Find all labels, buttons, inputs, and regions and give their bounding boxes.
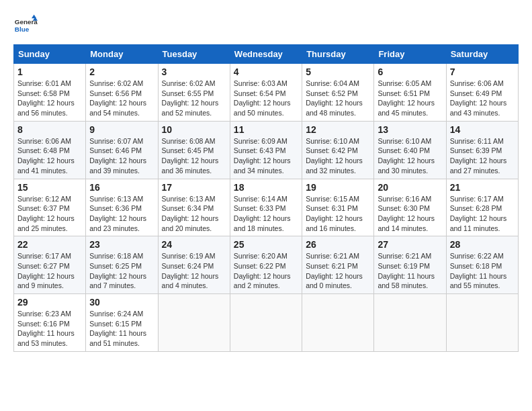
day-number: 23: [89, 239, 154, 250]
calendar-table: SundayMondayTuesdayWednesdayThursdayFrid…: [13, 44, 519, 352]
day-info: Sunrise: 6:10 AMSunset: 6:40 PMDaylight:…: [378, 137, 435, 175]
calendar-week-row: 22 Sunrise: 6:17 AMSunset: 6:27 PMDaylig…: [14, 236, 519, 294]
calendar-day-cell: 2 Sunrise: 6:02 AMSunset: 6:56 PMDayligh…: [86, 64, 158, 122]
calendar-day-cell: [158, 294, 230, 352]
day-number: 15: [17, 182, 82, 193]
calendar-day-cell: 8 Sunrise: 6:06 AMSunset: 6:48 PMDayligh…: [14, 121, 86, 179]
day-info: Sunrise: 6:14 AMSunset: 6:33 PMDaylight:…: [234, 195, 291, 232]
day-number: 12: [306, 124, 370, 135]
calendar-day-cell: 20 Sunrise: 6:16 AMSunset: 6:30 PMDaylig…: [374, 179, 446, 236]
calendar-day-cell: 5 Sunrise: 6:04 AMSunset: 6:52 PMDayligh…: [302, 64, 374, 122]
day-number: 16: [89, 182, 154, 193]
day-number: 2: [89, 66, 154, 77]
calendar-day-cell: 11 Sunrise: 6:09 AMSunset: 6:43 PMDaylig…: [230, 121, 302, 179]
day-number: 5: [306, 66, 370, 77]
calendar-day-cell: 22 Sunrise: 6:17 AMSunset: 6:27 PMDaylig…: [14, 236, 86, 294]
day-number: 1: [17, 66, 82, 77]
calendar-header-row: SundayMondayTuesdayWednesdayThursdayFrid…: [14, 45, 519, 64]
calendar-day-cell: 7 Sunrise: 6:06 AMSunset: 6:49 PMDayligh…: [446, 64, 518, 122]
day-number: 17: [162, 182, 226, 193]
calendar-day-cell: 17 Sunrise: 6:13 AMSunset: 6:34 PMDaylig…: [158, 179, 230, 236]
day-info: Sunrise: 6:12 AMSunset: 6:37 PMDaylight:…: [17, 195, 75, 232]
calendar-day-cell: 6 Sunrise: 6:05 AMSunset: 6:51 PMDayligh…: [374, 64, 446, 122]
calendar-day-cell: 16 Sunrise: 6:13 AMSunset: 6:36 PMDaylig…: [86, 179, 158, 236]
day-info: Sunrise: 6:22 AMSunset: 6:18 PMDaylight:…: [450, 252, 507, 289]
weekday-header: Thursday: [302, 45, 374, 64]
calendar-day-cell: 28 Sunrise: 6:22 AMSunset: 6:18 PMDaylig…: [446, 236, 518, 294]
calendar-day-cell: [446, 294, 518, 352]
calendar-week-row: 1 Sunrise: 6:01 AMSunset: 6:58 PMDayligh…: [14, 64, 519, 122]
day-number: 8: [17, 124, 82, 135]
day-number: 22: [17, 239, 82, 250]
day-number: 25: [234, 239, 298, 250]
day-info: Sunrise: 6:20 AMSunset: 6:22 PMDaylight:…: [234, 252, 291, 289]
day-info: Sunrise: 6:13 AMSunset: 6:34 PMDaylight:…: [162, 195, 219, 232]
calendar-day-cell: 29 Sunrise: 6:23 AMSunset: 6:16 PMDaylig…: [14, 294, 86, 352]
calendar-day-cell: [374, 294, 446, 352]
calendar-day-cell: 3 Sunrise: 6:02 AMSunset: 6:55 PMDayligh…: [158, 64, 230, 122]
calendar-day-cell: 27 Sunrise: 6:21 AMSunset: 6:19 PMDaylig…: [374, 236, 446, 294]
day-info: Sunrise: 6:16 AMSunset: 6:30 PMDaylight:…: [378, 195, 435, 232]
day-number: 19: [306, 182, 370, 193]
day-info: Sunrise: 6:23 AMSunset: 6:16 PMDaylight:…: [17, 310, 75, 347]
svg-text:Blue: Blue: [15, 26, 30, 33]
day-number: 29: [17, 297, 82, 308]
weekday-header: Saturday: [446, 45, 518, 64]
day-info: Sunrise: 6:01 AMSunset: 6:58 PMDaylight:…: [17, 79, 75, 117]
day-info: Sunrise: 6:06 AMSunset: 6:48 PMDaylight:…: [17, 137, 75, 175]
day-info: Sunrise: 6:24 AMSunset: 6:15 PMDaylight:…: [89, 310, 146, 347]
day-info: Sunrise: 6:05 AMSunset: 6:51 PMDaylight:…: [378, 79, 435, 117]
day-info: Sunrise: 6:06 AMSunset: 6:49 PMDaylight:…: [450, 79, 507, 117]
day-info: Sunrise: 6:18 AMSunset: 6:25 PMDaylight:…: [89, 252, 146, 289]
day-number: 10: [162, 124, 226, 135]
calendar-day-cell: 1 Sunrise: 6:01 AMSunset: 6:58 PMDayligh…: [14, 64, 86, 122]
day-number: 11: [234, 124, 298, 135]
weekday-header: Tuesday: [158, 45, 230, 64]
calendar-day-cell: 9 Sunrise: 6:07 AMSunset: 6:46 PMDayligh…: [86, 121, 158, 179]
day-info: Sunrise: 6:04 AMSunset: 6:52 PMDaylight:…: [306, 79, 363, 117]
day-number: 21: [450, 182, 515, 193]
day-number: 7: [450, 66, 515, 77]
day-info: Sunrise: 6:17 AMSunset: 6:28 PMDaylight:…: [450, 195, 507, 232]
day-info: Sunrise: 6:13 AMSunset: 6:36 PMDaylight:…: [89, 195, 146, 232]
day-info: Sunrise: 6:19 AMSunset: 6:24 PMDaylight:…: [162, 252, 219, 289]
day-number: 27: [378, 239, 442, 250]
calendar-day-cell: 30 Sunrise: 6:24 AMSunset: 6:15 PMDaylig…: [86, 294, 158, 352]
calendar-day-cell: 10 Sunrise: 6:08 AMSunset: 6:45 PMDaylig…: [158, 121, 230, 179]
day-number: 14: [450, 124, 515, 135]
calendar-day-cell: [230, 294, 302, 352]
weekday-header: Sunday: [14, 45, 86, 64]
day-info: Sunrise: 6:17 AMSunset: 6:27 PMDaylight:…: [17, 252, 75, 289]
calendar-day-cell: 12 Sunrise: 6:10 AMSunset: 6:42 PMDaylig…: [302, 121, 374, 179]
day-info: Sunrise: 6:03 AMSunset: 6:54 PMDaylight:…: [234, 79, 291, 117]
day-number: 28: [450, 239, 515, 250]
calendar-week-row: 8 Sunrise: 6:06 AMSunset: 6:48 PMDayligh…: [14, 121, 519, 179]
day-info: Sunrise: 6:02 AMSunset: 6:56 PMDaylight:…: [89, 79, 146, 117]
page-header: General Blue: [13, 13, 519, 38]
day-info: Sunrise: 6:07 AMSunset: 6:46 PMDaylight:…: [89, 137, 146, 175]
calendar-day-cell: 14 Sunrise: 6:11 AMSunset: 6:39 PMDaylig…: [446, 121, 518, 179]
logo: General Blue: [13, 13, 40, 38]
calendar-day-cell: 15 Sunrise: 6:12 AMSunset: 6:37 PMDaylig…: [14, 179, 86, 236]
day-info: Sunrise: 6:21 AMSunset: 6:19 PMDaylight:…: [378, 252, 435, 289]
day-number: 13: [378, 124, 442, 135]
day-number: 24: [162, 239, 226, 250]
day-number: 26: [306, 239, 370, 250]
day-number: 6: [378, 66, 442, 77]
calendar-day-cell: 25 Sunrise: 6:20 AMSunset: 6:22 PMDaylig…: [230, 236, 302, 294]
calendar-day-cell: 26 Sunrise: 6:21 AMSunset: 6:21 PMDaylig…: [302, 236, 374, 294]
weekday-header: Monday: [86, 45, 158, 64]
day-info: Sunrise: 6:02 AMSunset: 6:55 PMDaylight:…: [162, 79, 219, 117]
calendar-day-cell: 13 Sunrise: 6:10 AMSunset: 6:40 PMDaylig…: [374, 121, 446, 179]
day-info: Sunrise: 6:10 AMSunset: 6:42 PMDaylight:…: [306, 137, 363, 175]
day-info: Sunrise: 6:09 AMSunset: 6:43 PMDaylight:…: [234, 137, 291, 175]
day-number: 9: [89, 124, 154, 135]
calendar-day-cell: 21 Sunrise: 6:17 AMSunset: 6:28 PMDaylig…: [446, 179, 518, 236]
day-number: 4: [234, 66, 298, 77]
calendar-week-row: 29 Sunrise: 6:23 AMSunset: 6:16 PMDaylig…: [14, 294, 519, 352]
weekday-header: Wednesday: [230, 45, 302, 64]
day-number: 20: [378, 182, 442, 193]
calendar-week-row: 15 Sunrise: 6:12 AMSunset: 6:37 PMDaylig…: [14, 179, 519, 236]
day-info: Sunrise: 6:15 AMSunset: 6:31 PMDaylight:…: [306, 195, 363, 232]
calendar-day-cell: 4 Sunrise: 6:03 AMSunset: 6:54 PMDayligh…: [230, 64, 302, 122]
